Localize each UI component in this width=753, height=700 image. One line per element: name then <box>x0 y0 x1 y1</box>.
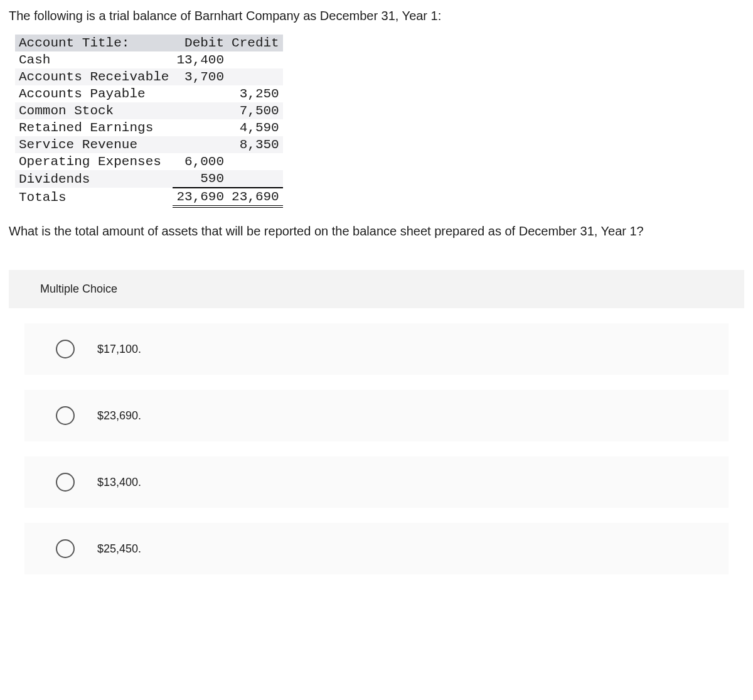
option-label: $23,690. <box>97 409 141 423</box>
cell-debit <box>173 136 228 153</box>
col-account-title: Account Title: <box>15 35 173 51</box>
table-row: Cash13,400 <box>15 51 283 68</box>
radio-icon[interactable] <box>56 473 75 492</box>
option-label: $17,100. <box>97 343 141 356</box>
question-text: What is the total amount of assets that … <box>9 224 744 239</box>
option-label: $25,450. <box>97 542 141 556</box>
cell-title: Service Revenue <box>15 136 173 153</box>
cell-title: Dividends <box>15 170 173 188</box>
option-1[interactable]: $23,690. <box>24 390 729 441</box>
cell-credit: 8,350 <box>228 136 283 153</box>
cell-credit: 7,500 <box>228 102 283 119</box>
table-row: Dividends590 <box>15 170 283 188</box>
table-row: Retained Earnings4,590 <box>15 119 283 136</box>
cell-credit: 4,590 <box>228 119 283 136</box>
totals-row: Totals 23,690 23,690 <box>15 188 283 207</box>
totals-credit: 23,690 <box>228 188 283 207</box>
option-0[interactable]: $17,100. <box>24 323 729 375</box>
cell-debit <box>173 85 228 102</box>
cell-debit <box>173 102 228 119</box>
table-row: Operating Expenses6,000 <box>15 153 283 170</box>
totals-debit: 23,690 <box>173 188 228 207</box>
radio-icon[interactable] <box>56 539 75 558</box>
cell-title: Cash <box>15 51 173 68</box>
multiple-choice-header: Multiple Choice <box>9 270 744 308</box>
cell-title: Operating Expenses <box>15 153 173 170</box>
table-row: Accounts Receivable3,700 <box>15 68 283 85</box>
cell-credit <box>228 51 283 68</box>
trial-balance-table: Account Title: Debit Credit Cash13,400 A… <box>15 35 283 208</box>
table-row: Common Stock7,500 <box>15 102 283 119</box>
table-header-row: Account Title: Debit Credit <box>15 35 283 51</box>
radio-icon[interactable] <box>56 340 75 358</box>
cell-title: Accounts Payable <box>15 85 173 102</box>
options-container: $17,100. $23,690. $13,400. $25,450. <box>9 323 744 574</box>
cell-title: Accounts Receivable <box>15 68 173 85</box>
cell-credit <box>228 170 283 188</box>
cell-title: Retained Earnings <box>15 119 173 136</box>
option-2[interactable]: $13,400. <box>24 456 729 508</box>
col-debit: Debit <box>173 35 228 51</box>
cell-debit: 6,000 <box>173 153 228 170</box>
option-label: $13,400. <box>97 476 141 489</box>
cell-debit: 13,400 <box>173 51 228 68</box>
cell-debit: 590 <box>173 170 228 188</box>
cell-debit: 3,700 <box>173 68 228 85</box>
cell-credit <box>228 153 283 170</box>
option-3[interactable]: $25,450. <box>24 523 729 574</box>
col-credit: Credit <box>228 35 283 51</box>
intro-text: The following is a trial balance of Barn… <box>9 9 744 23</box>
cell-title: Common Stock <box>15 102 173 119</box>
table-row: Accounts Payable3,250 <box>15 85 283 102</box>
totals-label: Totals <box>15 188 173 207</box>
cell-credit: 3,250 <box>228 85 283 102</box>
cell-debit <box>173 119 228 136</box>
table-row: Service Revenue8,350 <box>15 136 283 153</box>
radio-icon[interactable] <box>56 406 75 425</box>
cell-credit <box>228 68 283 85</box>
